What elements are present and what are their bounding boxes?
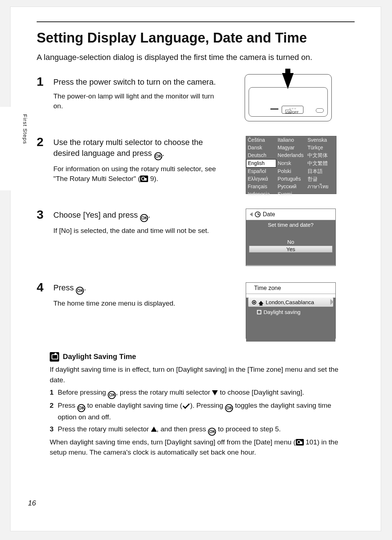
up-arrow-icon [151,427,157,432]
language-option: Português [276,175,306,183]
note-step-1: 1 Before pressing OK, press the rotary m… [50,387,348,399]
page-ref-icon [296,439,304,446]
clock-icon [255,211,261,217]
dialog-title: Date [263,211,275,218]
language-option: Español [246,168,276,176]
timezone-row: London,Casablanca [248,298,333,307]
language-option: Magyar [276,144,306,152]
language-option: 한글 [306,175,336,183]
language-option: Ελληνικά [246,175,276,183]
language-option: Suomi [276,190,306,198]
checkbox-empty-icon [257,310,261,314]
step-body: The power-on lamp will light and the mon… [53,91,225,111]
note-paragraph: When daylight saving time ends, turn [Da… [50,437,348,458]
language-option: Dansk [246,144,276,152]
viewfinder-icon [285,110,291,113]
dialog-question: Set time and date? [246,220,335,228]
step-1: 1 Press the power switch to turn on the … [37,77,225,111]
note-icon [50,352,59,362]
check-icon [183,402,190,409]
step-number: 3 [37,207,44,222]
language-option: Türkçe [306,144,336,152]
note-title: Daylight Saving Time [50,352,348,362]
figure-date-dialog: Date Set time and date? No Yes [246,209,336,266]
manual-page: First Steps Setting Display Language, Da… [10,7,381,531]
language-table: ČeštinaItalianoSvenskaDanskMagyarTürkçeD… [246,136,336,198]
step-body: If [No] is selected, the date and time w… [53,226,225,236]
language-option: Deutsch [246,152,276,160]
language-option: Français [246,183,276,190]
language-option: ภาษาไทย [306,183,336,190]
step-heading: Press the power switch to turn on the ca… [53,77,225,88]
option-no: No [246,239,335,245]
ok-button-icon: OK [225,404,233,412]
step-heading: Use the rotary multi selector to choose … [53,137,225,160]
power-switch: ○ ○ ○ON/OFF [282,106,303,114]
language-option: Norsk [276,160,306,168]
language-option: Русский [276,183,306,190]
strap-loop-icon [316,108,324,113]
timezone-value: London,Casablanca [266,299,314,305]
ok-button-icon: OK [108,391,116,399]
step-2: 2 Use the rotary multi selector to choos… [37,137,225,184]
ok-button-icon: OK [154,152,162,160]
ok-button-icon: OK [208,428,216,436]
step-heading: Press OK. [53,282,225,295]
page-ref-icon [140,176,148,182]
chapter-tab-label: First Steps [22,114,28,144]
ok-button-icon: OK [140,214,148,222]
dialog-body: London,Casablanca Daylight saving [246,298,335,342]
language-option: Svenska [306,136,336,144]
language-option: Indonesia [246,190,276,198]
power-arrow-icon [282,73,294,89]
step-3: 3 Choose [Yes] and press OK. If [No] is … [37,210,225,236]
chapter-tab [0,107,22,190]
language-option: English [246,160,276,168]
dst-label: Daylight saving [264,309,301,315]
language-option: Polski [276,168,306,176]
step-number: 4 [37,280,44,294]
page-number: 16 [28,499,36,507]
note-paragraph: If daylight saving time is in effect, tu… [50,364,348,385]
dialog-header: Time zone [246,283,335,294]
note-step-2: 2 Press OK to enable daylight saving tim… [50,400,348,423]
figure-language-menu: ČeštinaItalianoSvenskaDanskMagyarTürkçeD… [246,136,336,194]
language-option: Čeština [246,136,276,144]
top-rule [37,21,355,22]
down-arrow-icon [212,390,218,395]
radio-selected-icon [252,300,256,305]
note-step-3: 3 Press the rotary multi selector , and … [50,424,348,436]
dst-row: Daylight saving [246,307,335,317]
ok-button-icon: OK [77,404,85,412]
step-body: The home time zone menu is displayed. [53,298,225,309]
figure-camera: ○ ○ ○ON/OFF [245,74,332,121]
dialog-header: Date [246,209,335,220]
option-yes: Yes [249,246,332,253]
dialog-body: Set time and date? No Yes [246,220,335,265]
step-heading: Choose [Yes] and press OK. [53,210,225,222]
intro-text: A language-selection dialog is displayed… [37,53,312,62]
language-option [306,190,336,198]
language-option: 中文简体 [306,152,336,160]
note-daylight-saving: Daylight Saving Time If daylight saving … [50,352,348,460]
back-arrow-icon [250,212,253,217]
language-option: 日本語 [306,168,336,176]
step-body: For information on using the rotary mult… [53,164,225,184]
dialog-title: Time zone [254,285,281,291]
language-option: Nederlands [276,152,306,160]
step-4: 4 Press OK. The home time zone menu is d… [37,282,225,309]
figure-timezone-dialog: Time zone London,Casablanca Daylight sav… [246,282,336,339]
step-number: 1 [37,74,44,89]
language-option: 中文繁體 [306,160,336,168]
camera-body: ○ ○ ○ON/OFF [249,87,328,117]
note-steps: 1 Before pressing OK, press the rotary m… [50,387,348,436]
page-title: Setting Display Language, Date and Time [37,30,307,46]
language-option: Italiano [276,136,306,144]
home-icon [258,301,264,304]
ok-button-icon: OK [76,287,84,295]
step-number: 2 [37,135,44,149]
